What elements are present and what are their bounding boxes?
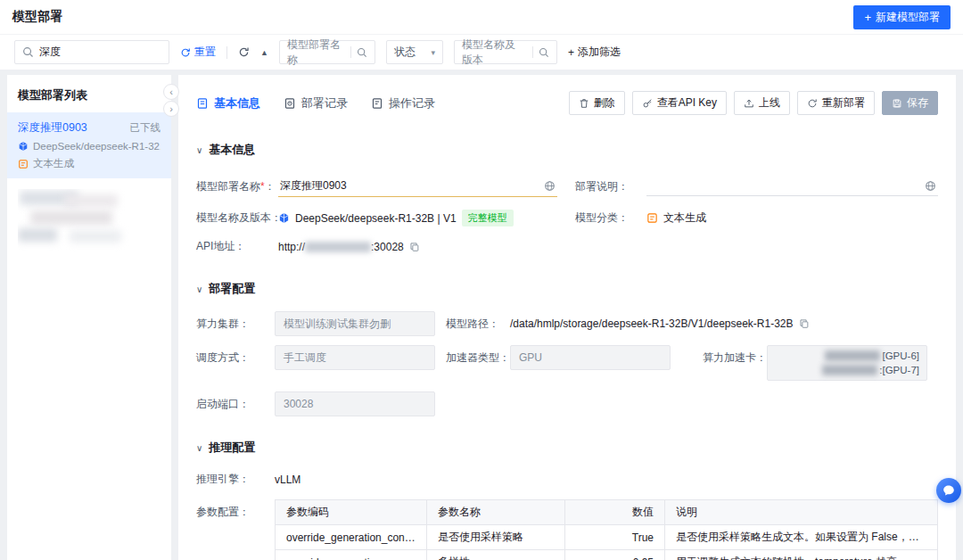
model-path-label: 模型路径：	[446, 317, 510, 332]
inference-engine-value: vLLM	[275, 474, 300, 486]
model-category-label: 模型分类：	[575, 210, 646, 226]
toolbar-divider	[226, 46, 227, 59]
save-icon	[892, 98, 902, 109]
online-button[interactable]: 上线	[734, 91, 790, 115]
search-icon	[22, 46, 34, 58]
sidebar-collapse-left-button[interactable]: ‹	[163, 84, 179, 100]
tab-operation-records[interactable]: 操作记录	[371, 95, 435, 111]
header-param-name: 参数名称	[427, 500, 565, 525]
header-param-value: 数值	[565, 500, 665, 525]
censored-node-name	[822, 365, 877, 375]
reset-button[interactable]: 重置	[180, 45, 216, 60]
port-label: 启动端口：	[196, 397, 275, 412]
param-code-cell: override_generation_confi...	[276, 550, 427, 560]
model-category-value: 文本生成	[663, 210, 706, 226]
section-basic-info[interactable]: ∨ 基本信息	[196, 142, 938, 158]
section-deploy-config-title: 部署配置	[209, 281, 255, 297]
gpu-card-item: :[GPU-7]	[775, 365, 919, 375]
action-buttons: 删除 查看API Key 上线 重新部署 保存	[569, 91, 938, 115]
schedule-label: 调度方式：	[196, 345, 275, 370]
globe-icon[interactable]	[925, 180, 936, 192]
section-inference-config[interactable]: ∨ 推理配置	[196, 440, 938, 456]
section-basic-info-title: 基本信息	[209, 142, 255, 158]
table-row: override_generation_confi... 是否使用采样策略 Tr…	[276, 525, 938, 550]
status-select[interactable]: 状态 ▾	[386, 40, 443, 64]
param-code-cell: override_generation_confi...	[276, 525, 427, 550]
chevron-down-icon: ▾	[431, 48, 435, 57]
deployment-item-model: DeepSeek/deepseek-R1-32...	[33, 141, 160, 152]
add-filter-button[interactable]: + 添加筛选	[568, 45, 621, 60]
model-version-filter-input[interactable]: 模型名称及版本	[454, 40, 557, 64]
deployment-desc-input[interactable]	[646, 177, 938, 196]
tab-deploy-records-label: 部署记录	[301, 95, 348, 111]
copy-icon	[799, 318, 810, 329]
reset-icon	[180, 47, 191, 58]
page-title: 模型部署	[12, 9, 62, 25]
view-api-key-button[interactable]: 查看API Key	[632, 91, 727, 115]
tab-basic-info[interactable]: 基本信息	[196, 95, 260, 111]
sidebar-collapse-right-button[interactable]: ›	[163, 101, 179, 117]
operation-records-icon	[371, 97, 383, 110]
new-deployment-button[interactable]: + 新建模型部署	[853, 5, 951, 29]
model-path-value: /data/hmlp/storage/deepseek-R1-32B/V1/de…	[510, 317, 794, 330]
deployment-detail-panel: 基本信息 部署记录 操作记录 删除 查看API Key	[178, 75, 956, 560]
input-divider	[532, 46, 533, 58]
complete-model-badge: 完整模型	[462, 210, 514, 226]
copy-path-button[interactable]	[799, 318, 810, 329]
key-icon	[642, 98, 653, 109]
model-icon	[278, 212, 290, 224]
collapse-toolbar-button[interactable]: ▲	[260, 48, 268, 57]
copy-icon	[409, 242, 420, 252]
section-inference-config-title: 推理配置	[209, 440, 255, 456]
row-port: 启动端口： 30028	[196, 391, 938, 416]
deployment-status-badge: 已下线	[130, 121, 161, 135]
schedule-input: 手工调度	[275, 345, 435, 370]
detail-tabs: 基本信息 部署记录 操作记录	[196, 95, 435, 111]
deployment-name-value: 深度推理0903	[280, 178, 347, 194]
status-select-value: 状态	[394, 45, 416, 60]
add-filter-label: 添加筛选	[578, 45, 621, 60]
refresh-icon	[238, 46, 250, 58]
deployment-item-category: 文本生成	[33, 157, 74, 170]
section-deploy-config[interactable]: ∨ 部署配置	[196, 281, 938, 297]
model-deployment-page: 模型部署 + 新建模型部署 深度 重置 ▲ 模型部署名称 状态 ▾	[0, 0, 963, 560]
search-icon	[539, 47, 549, 58]
section-caret-icon: ∨	[196, 284, 202, 294]
censored-host	[305, 242, 371, 252]
deployment-list-item[interactable]: 深度推理0903 已下线 DeepSeek/deepseek-R1-32... …	[7, 112, 171, 178]
deployment-item-name: 深度推理0903	[18, 120, 87, 136]
customer-service-fab[interactable]	[936, 478, 961, 503]
search-input[interactable]: 深度	[14, 40, 169, 64]
accelerator-card-label: 算力加速卡：	[703, 345, 767, 370]
port-input: 30028	[275, 391, 435, 416]
refresh-button[interactable]	[238, 46, 250, 58]
redeploy-button[interactable]: 重新部署	[797, 91, 875, 115]
row-name-desc: 模型部署名称*： 深度推理0903 部署说明：	[196, 176, 938, 197]
save-button[interactable]: 保存	[882, 91, 938, 115]
cluster-input: 模型训练测试集群勿删	[275, 311, 435, 336]
reset-label: 重置	[194, 45, 216, 60]
inference-engine-label: 推理引擎：	[196, 472, 275, 487]
tab-deploy-records[interactable]: 部署记录	[284, 95, 348, 111]
deployment-name-label: 模型部署名称*：	[196, 179, 278, 194]
params-table: 参数编码 参数名称 数值 说明 override_generation_conf…	[275, 499, 938, 560]
accelerator-type-label: 加速器类型：	[446, 345, 510, 370]
deployment-name-input[interactable]: 深度推理0903	[278, 176, 557, 197]
deployment-name-filter-input[interactable]: 模型部署名称	[279, 40, 375, 64]
param-desc-cell: 用于调整生成文本的随机性。temperature 越高，生成的...	[665, 550, 938, 560]
model-version-filter-placeholder: 模型名称及版本	[462, 37, 525, 68]
param-desc-cell: 是否使用采样策略生成文本。如果设置为 False，将使用 ...	[665, 525, 938, 550]
delete-button[interactable]: 删除	[569, 91, 625, 115]
text-generation-icon	[18, 159, 29, 169]
params-config-label: 参数配置：	[196, 499, 275, 524]
model-icon	[18, 141, 29, 152]
param-name-cell: 多样性	[427, 550, 565, 560]
search-value: 深度	[39, 45, 61, 60]
redeploy-icon	[807, 98, 818, 109]
save-label: 保存	[907, 95, 928, 111]
row-cluster-path: 算力集群： 模型训练测试集群勿删 模型路径： /data/hmlp/storag…	[196, 311, 938, 336]
model-version-value: DeepSeek/deepseek-R1-32B | V1	[295, 212, 457, 225]
copy-api-button[interactable]	[409, 242, 420, 252]
globe-icon[interactable]	[544, 180, 556, 192]
section-caret-icon: ∨	[196, 145, 202, 155]
